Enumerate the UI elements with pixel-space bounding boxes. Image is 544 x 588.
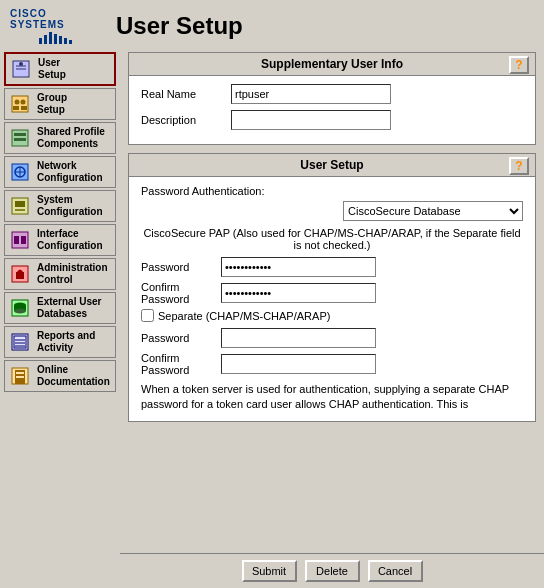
submit-button[interactable]: Submit [242,560,297,582]
description-label: Description [141,114,231,126]
sidebar-label-admin-control: AdministrationControl [37,262,108,286]
supplementary-panel-body: Real Name Description [129,76,535,144]
supplementary-help-button[interactable]: ? [509,56,529,74]
password-row-1: Password [141,257,523,277]
sidebar-label-user-setup: UserSetup [38,57,66,81]
network-config-icon [9,161,31,183]
svg-rect-17 [15,201,25,207]
admin-control-icon [9,263,31,285]
svg-rect-8 [21,106,27,110]
sidebar: UserSetup GroupSetup Shared ProfileCompo… [0,48,120,426]
cisco-logo-bars [39,32,72,44]
svg-rect-21 [21,236,26,244]
user-setup-panel-body: Password Authentication: CiscoSecure Dat… [129,177,535,421]
separate-checkbox[interactable] [141,309,154,322]
sidebar-item-interface-config[interactable]: InterfaceConfiguration [4,224,116,256]
description-row: Description [141,110,523,130]
description-input[interactable] [231,110,391,130]
footer-buttons: Submit Delete Cancel [120,553,544,588]
svg-rect-35 [16,372,24,374]
sidebar-item-group-setup[interactable]: GroupSetup [4,88,116,120]
sidebar-label-shared-profile: Shared ProfileComponents [37,126,105,150]
separate-checkbox-label: Separate (CHAP/MS-CHAP/ARAP) [158,310,330,322]
sidebar-item-user-setup[interactable]: UserSetup [4,52,116,86]
svg-point-6 [21,100,26,105]
chap-password-row: Password [141,328,523,348]
svg-rect-23 [16,272,24,279]
supplementary-panel-title: Supplementary User Info [261,57,403,71]
realname-label: Real Name [141,88,231,100]
sidebar-item-reports[interactable]: Reports andActivity [4,326,116,358]
online-docs-icon [9,365,31,387]
main-layout: UserSetup GroupSetup Shared ProfileCompo… [0,48,544,426]
shared-profile-icon [9,127,31,149]
user-setup-panel-header: User Setup ? [129,154,535,177]
chap-confirm-password-row: ConfirmPassword [141,352,523,376]
svg-rect-36 [16,376,24,378]
svg-point-5 [15,100,20,105]
separate-checkbox-row: Separate (CHAP/MS-CHAP/ARAP) [141,309,523,322]
cancel-button[interactable]: Cancel [368,560,423,582]
interface-config-icon [9,229,31,251]
sidebar-label-online-docs: OnlineDocumentation [37,364,110,388]
chap-confirm-password-label: ConfirmPassword [141,352,221,376]
password-input-1[interactable] [221,257,376,277]
cisco-logo: CISCO SYSTEMS [10,8,100,44]
content-area: Supplementary User Info ? Real Name Desc… [120,48,544,426]
system-config-icon [9,195,31,217]
delete-button[interactable]: Delete [305,560,360,582]
external-user-db-icon [9,297,31,319]
svg-rect-7 [13,106,19,110]
sidebar-item-online-docs[interactable]: OnlineDocumentation [4,360,116,392]
sidebar-label-group-setup: GroupSetup [37,92,67,116]
confirm-password-label-1: ConfirmPassword [141,281,221,305]
sidebar-item-network-config[interactable]: NetworkConfiguration [4,156,116,188]
password-label-1: Password [141,261,221,273]
company-name: CISCO SYSTEMS [10,8,100,30]
group-setup-icon [9,93,31,115]
user-setup-help-button[interactable]: ? [509,157,529,175]
info-text: CiscoSecure PAP (Also used for CHAP/MS-C… [141,227,523,251]
user-setup-panel-title: User Setup [300,158,363,172]
password-auth-label: Password Authentication: [141,185,523,197]
sidebar-label-network-config: NetworkConfiguration [37,160,103,184]
confirm-password-row-1: ConfirmPassword [141,281,523,305]
confirm-password-input-1[interactable] [221,283,376,303]
user-setup-icon [10,58,32,80]
svg-rect-10 [14,133,26,136]
sidebar-item-shared-profile[interactable]: Shared ProfileComponents [4,122,116,154]
reports-icon [9,331,31,353]
supplementary-panel: Supplementary User Info ? Real Name Desc… [128,52,536,145]
page-title: User Setup [116,12,243,40]
user-setup-panel: User Setup ? Password Authentication: Ci… [128,153,536,422]
sidebar-label-interface-config: InterfaceConfiguration [37,228,103,252]
sidebar-label-reports: Reports andActivity [37,330,95,354]
chap-confirm-password-input[interactable] [221,354,376,374]
sidebar-item-admin-control[interactable]: AdministrationControl [4,258,116,290]
sidebar-label-system-config: SystemConfiguration [37,194,103,218]
svg-point-3 [19,62,23,66]
chap-password-label: Password [141,332,221,344]
realname-input[interactable] [231,84,391,104]
sidebar-label-external-user-db: External UserDatabases [37,296,101,320]
svg-rect-11 [14,138,26,141]
svg-point-27 [14,309,26,314]
sidebar-item-system-config[interactable]: SystemConfiguration [4,190,116,222]
svg-rect-20 [14,236,19,244]
sidebar-item-external-user-db[interactable]: External UserDatabases [4,292,116,324]
supplementary-panel-header: Supplementary User Info ? [129,53,535,76]
password-auth-dropdown-row: CiscoSecure Database External Database T… [141,201,523,221]
body-text: When a token server is used for authenti… [141,382,523,413]
chap-password-input[interactable] [221,328,376,348]
page-header: CISCO SYSTEMS User Setup [0,0,544,48]
password-auth-dropdown[interactable]: CiscoSecure Database External Database T… [343,201,523,221]
realname-row: Real Name [141,84,523,104]
